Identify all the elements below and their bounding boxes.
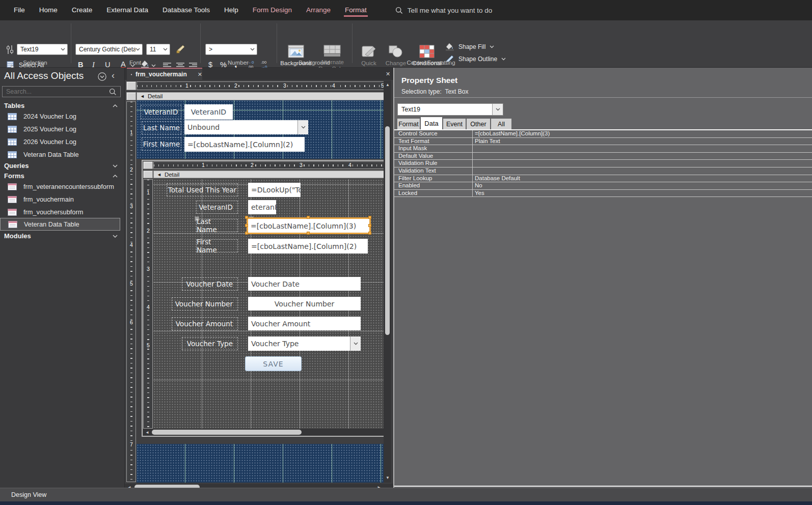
search-icon[interactable] <box>109 88 117 96</box>
combo-dropdown-button[interactable] <box>350 336 361 351</box>
detail-section-bar-subform[interactable]: ◄ Detail <box>153 171 386 178</box>
veteranid-label-outer[interactable]: VeteranID <box>141 105 181 119</box>
property-row-validation-rule[interactable]: Validation Rule <box>394 160 812 167</box>
veteranid-label-subform[interactable]: VeteranID <box>196 201 238 214</box>
voucher-amount-textbox[interactable]: Voucher Amount <box>248 317 361 330</box>
save-button[interactable]: SAVE <box>245 356 302 371</box>
tab-format[interactable]: Format <box>397 119 420 129</box>
menu-form-design[interactable]: Form Design <box>246 0 299 20</box>
sidebar-item-frm-veteranencounterssubform[interactable]: frm_veteranencounterssubform <box>0 180 125 193</box>
tab-data[interactable]: Data <box>421 117 442 129</box>
voucher-date-textbox[interactable]: Voucher Date <box>248 277 361 291</box>
sidebar-item-2024-voucher-log[interactable]: 2024 Voucher Log <box>0 110 125 123</box>
tab-all[interactable]: All <box>491 119 511 129</box>
menu-home[interactable]: Home <box>32 0 65 20</box>
menu-arrange[interactable]: Arrange <box>299 0 338 20</box>
ruler-number: 1 <box>146 190 151 195</box>
sidebar-item-2025-voucher-log[interactable]: 2025 Voucher Log <box>0 123 125 135</box>
scrollbar-thumb[interactable] <box>385 126 390 335</box>
total-used-textbox[interactable]: =DLookUp("To <box>248 183 301 197</box>
property-row-text-format[interactable]: Text FormatPlain Text <box>394 138 812 146</box>
first-name-label-outer[interactable]: First Name <box>142 137 181 151</box>
sidebar-section-tables[interactable]: Tables <box>0 100 125 111</box>
detail-section-bar-outer[interactable]: ◄ Detail <box>137 92 385 100</box>
font-size-combobox[interactable]: 11 <box>146 44 170 55</box>
voucher-number-label[interactable]: Voucher Number <box>172 297 238 311</box>
property-row-filter-lookup[interactable]: Filter LookupDatabase Default <box>394 175 812 183</box>
scrollbar-thumb[interactable] <box>152 430 302 435</box>
veteranid-textbox-outer[interactable]: VeteranID <box>184 104 233 120</box>
last-name-combobox-outer[interactable]: Unbound <box>184 120 308 134</box>
change-shape-icon <box>388 45 403 58</box>
sidebar-section-queries[interactable]: Queries <box>0 160 125 171</box>
property-row-validation-text[interactable]: Validation Text <box>394 167 812 175</box>
category-menu-icon[interactable] <box>98 72 106 81</box>
tab-frm-vouchermain[interactable]: frm_vouchermain ✕ <box>127 68 202 80</box>
subform-horizontal-scrollbar[interactable]: ◄ <box>143 429 386 436</box>
number-format-combobox[interactable]: > <box>205 44 257 55</box>
property-row-locked[interactable]: LockedYes <box>394 190 812 198</box>
selection-object-combobox[interactable]: Text19 <box>17 44 68 55</box>
combo-dropdown-button[interactable] <box>297 120 308 134</box>
menu-create[interactable]: Create <box>65 0 100 20</box>
resize-handle[interactable] <box>368 216 371 219</box>
sidebar-item-2026-voucher-log[interactable]: 2026 Voucher Log <box>0 135 125 148</box>
quick-styles-icon <box>361 45 376 58</box>
property-row-input-mask[interactable]: Input Mask <box>394 145 812 153</box>
shape-fill-button[interactable]: Shape Fill <box>445 43 494 51</box>
menu-database-tools[interactable]: Database Tools <box>155 0 217 20</box>
property-object-combobox[interactable]: Text19 <box>397 103 503 116</box>
first-name-textbox-outer[interactable]: =[cboLastName].[Column](2) <box>184 137 305 152</box>
menu-help[interactable]: Help <box>217 0 246 20</box>
menu-bar: File Home Create External Data Database … <box>0 0 812 20</box>
voucher-date-label[interactable]: Voucher Date <box>182 277 238 291</box>
last-name-label-outer[interactable]: Last Name <box>142 121 181 134</box>
resize-handle[interactable] <box>245 224 248 227</box>
scroll-down-icon[interactable]: ▼ <box>386 475 390 480</box>
sidebar-item-frm-vouchermain[interactable]: frm_vouchermain <box>0 193 125 206</box>
voucher-type-combobox[interactable]: Voucher Type <box>248 336 361 351</box>
font-name-combobox[interactable]: Century Gothic (Detail) <box>75 44 143 55</box>
sidebar-item-frm-vouchersubform[interactable]: frm_vouchersubform <box>0 206 125 218</box>
tab-event[interactable]: Event <box>443 119 466 129</box>
sidebar-item-veteran-data-table[interactable]: Veteran Data Table <box>0 148 125 161</box>
sidebar-section-modules[interactable]: Modules <box>0 231 125 241</box>
ruler-number: 2 <box>233 83 238 89</box>
shutter-bar-collapse-icon[interactable]: ‹ <box>112 70 115 81</box>
voucher-number-textbox[interactable]: Voucher Number <box>248 297 361 311</box>
scroll-left-icon[interactable]: ◄ <box>145 430 149 435</box>
sidebar-search-input[interactable] <box>3 88 109 96</box>
sidebar-section-forms[interactable]: Forms <box>0 171 125 181</box>
resize-handle[interactable] <box>245 232 248 235</box>
voucher-type-label[interactable]: Voucher Type <box>182 337 238 350</box>
resize-handle[interactable] <box>368 224 371 227</box>
resize-handle[interactable] <box>245 216 248 219</box>
tab-close-icon[interactable]: ✕ <box>198 71 202 78</box>
sidebar-item-veteran-data-table-form[interactable]: Veteran Data Table <box>0 218 120 231</box>
menu-format[interactable]: Format <box>338 0 374 20</box>
ruler-number: 4 <box>146 304 151 310</box>
property-row-control-source[interactable]: Control Source=[cboLastName].[Column](3) <box>394 130 812 138</box>
last-name-textbox-selected[interactable]: =[cboLastName].[Column](3) <box>248 218 370 233</box>
resize-handle[interactable] <box>368 232 371 235</box>
total-used-label[interactable]: Total Used This Year <box>167 183 238 197</box>
first-name-textbox-subform[interactable]: =[cboLastName].[Column](2) <box>248 239 368 254</box>
tell-me-box[interactable]: Tell me what you want to do <box>395 7 493 14</box>
format-painter-icon[interactable] <box>176 44 186 54</box>
tab-other[interactable]: Other <box>467 119 490 129</box>
document-vertical-scrollbar[interactable]: ▲ ▼ <box>384 80 391 483</box>
menu-external-data[interactable]: External Data <box>99 0 155 20</box>
last-name-label-subform[interactable]: Last Name <box>196 219 238 232</box>
resize-handle[interactable] <box>307 232 310 235</box>
close-document-icon[interactable]: ✕ <box>386 71 390 77</box>
group-label-background: Background <box>277 60 352 66</box>
combo-dropdown-button[interactable] <box>492 104 503 115</box>
menu-file[interactable]: File <box>7 0 32 20</box>
property-row-default-value[interactable]: Default Value <box>394 153 812 160</box>
veteranid-textbox-subform[interactable]: eteranI <box>248 200 276 214</box>
voucher-amount-label[interactable]: Voucher Amount <box>172 317 238 330</box>
resize-handle[interactable] <box>307 216 310 219</box>
property-row-enabled[interactable]: EnabledNo <box>394 182 812 190</box>
first-name-label-subform[interactable]: First Name <box>196 239 238 252</box>
scroll-up-icon[interactable]: ▲ <box>386 82 390 87</box>
